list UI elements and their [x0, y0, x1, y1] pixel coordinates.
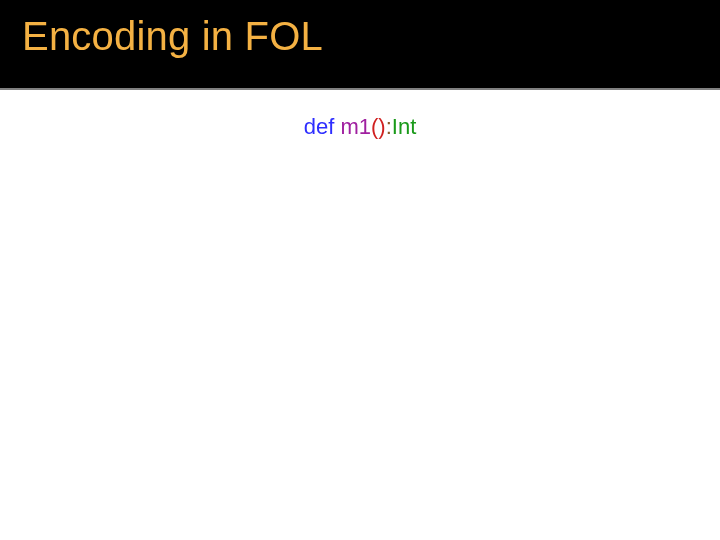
slide-title: Encoding in FOL: [22, 14, 323, 59]
code-token-parens: (): [371, 114, 386, 139]
title-bar: Encoding in FOL: [0, 0, 720, 88]
code-token-identifier: m1: [340, 114, 371, 139]
title-divider: [0, 88, 720, 90]
code-snippet: def m1():Int: [0, 114, 720, 140]
code-token-keyword: def: [304, 114, 341, 139]
slide: Encoding in FOL def m1():Int: [0, 0, 720, 540]
code-token-type: Int: [392, 114, 416, 139]
